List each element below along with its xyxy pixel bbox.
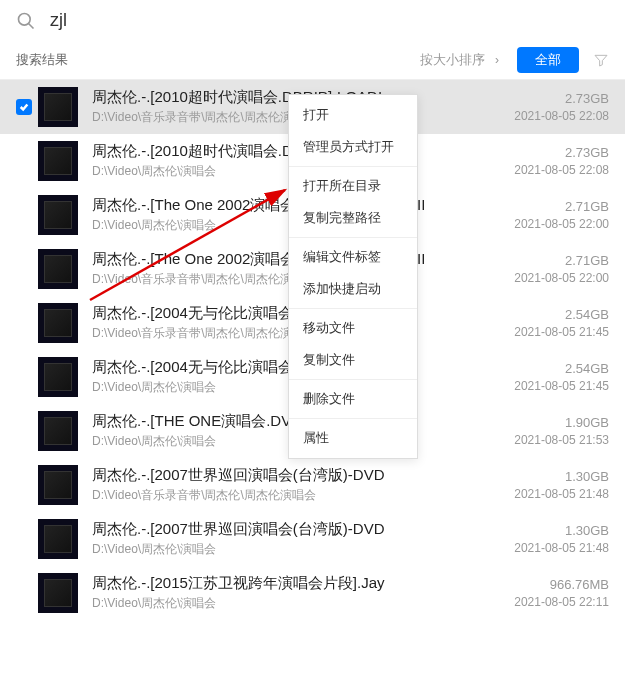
thumbnail xyxy=(38,195,78,235)
search-input[interactable] xyxy=(50,10,609,31)
row-meta: 2.54GB2021-08-05 21:45 xyxy=(514,361,609,393)
row-date: 2021-08-05 21:45 xyxy=(514,325,609,339)
row-size: 966.76MB xyxy=(514,577,609,592)
row-date: 2021-08-05 21:53 xyxy=(514,433,609,447)
row-meta: 1.30GB2021-08-05 21:48 xyxy=(514,469,609,501)
menu-item[interactable]: 删除文件 xyxy=(289,383,417,415)
row-title: 周杰伦.-.[2007世界巡回演唱会(台湾版)-DVD xyxy=(92,520,506,539)
toolbar: 搜索结果 按大小排序 › 全部 xyxy=(0,41,625,80)
menu-item[interactable]: 复制完整路径 xyxy=(289,202,417,234)
row-meta: 1.30GB2021-08-05 21:48 xyxy=(514,523,609,555)
results-label: 搜索结果 xyxy=(16,51,420,69)
search-bar xyxy=(0,0,625,41)
row-date: 2021-08-05 22:00 xyxy=(514,271,609,285)
row-path: D:\Video\音乐录音带\周杰伦\周杰伦演唱会 xyxy=(92,487,506,504)
thumbnail xyxy=(38,303,78,343)
menu-item[interactable]: 打开 xyxy=(289,99,417,131)
menu-item[interactable]: 移动文件 xyxy=(289,312,417,344)
svg-point-0 xyxy=(19,13,31,25)
row-date: 2021-08-05 22:11 xyxy=(514,595,609,609)
chevron-right-icon: › xyxy=(495,53,499,67)
row-size: 2.71GB xyxy=(514,253,609,268)
row-size: 2.71GB xyxy=(514,199,609,214)
row-title: 周杰伦.-.[2015江苏卫视跨年演唱会片段].Jay xyxy=(92,574,506,593)
all-button[interactable]: 全部 xyxy=(517,47,579,73)
row-meta: 2.71GB2021-08-05 22:00 xyxy=(514,253,609,285)
row-date: 2021-08-05 22:00 xyxy=(514,217,609,231)
menu-item[interactable]: 添加快捷启动 xyxy=(289,273,417,305)
row-text: 周杰伦.-.[2015江苏卫视跨年演唱会片段].JayD:\Video\周杰伦\… xyxy=(92,574,506,612)
result-row[interactable]: 周杰伦.-.[2015江苏卫视跨年演唱会片段].JayD:\Video\周杰伦\… xyxy=(0,566,625,620)
row-size: 2.54GB xyxy=(514,307,609,322)
row-meta: 2.73GB2021-08-05 22:08 xyxy=(514,91,609,123)
row-size: 1.30GB xyxy=(514,469,609,484)
thumbnail xyxy=(38,357,78,397)
thumbnail xyxy=(38,141,78,181)
menu-divider xyxy=(289,237,417,238)
checkbox-checked-icon[interactable] xyxy=(16,99,32,115)
row-text: 周杰伦.-.[2007世界巡回演唱会(台湾版)-DVDD:\Video\音乐录音… xyxy=(92,466,506,504)
menu-divider xyxy=(289,418,417,419)
menu-divider xyxy=(289,308,417,309)
menu-divider xyxy=(289,166,417,167)
row-date: 2021-08-05 21:48 xyxy=(514,541,609,555)
filter-icon[interactable] xyxy=(593,52,609,68)
sort-button[interactable]: 按大小排序 xyxy=(420,51,485,69)
row-date: 2021-08-05 21:48 xyxy=(514,487,609,501)
row-text: 周杰伦.-.[2007世界巡回演唱会(台湾版)-DVDD:\Video\周杰伦\… xyxy=(92,520,506,558)
menu-item[interactable]: 复制文件 xyxy=(289,344,417,376)
thumbnail xyxy=(38,519,78,559)
row-date: 2021-08-05 22:08 xyxy=(514,109,609,123)
thumbnail xyxy=(38,87,78,127)
svg-line-1 xyxy=(29,23,34,28)
thumbnail xyxy=(38,411,78,451)
row-path: D:\Video\周杰伦\演唱会 xyxy=(92,595,506,612)
row-size: 1.90GB xyxy=(514,415,609,430)
menu-item[interactable]: 编辑文件标签 xyxy=(289,241,417,273)
row-size: 2.54GB xyxy=(514,361,609,376)
context-menu: 打开管理员方式打开打开所在目录复制完整路径编辑文件标签添加快捷启动移动文件复制文… xyxy=(288,94,418,459)
row-meta: 2.73GB2021-08-05 22:08 xyxy=(514,145,609,177)
row-meta: 966.76MB2021-08-05 22:11 xyxy=(514,577,609,609)
menu-item[interactable]: 打开所在目录 xyxy=(289,170,417,202)
result-row[interactable]: 周杰伦.-.[2007世界巡回演唱会(台湾版)-DVDD:\Video\音乐录音… xyxy=(0,458,625,512)
row-date: 2021-08-05 22:08 xyxy=(514,163,609,177)
row-size: 2.73GB xyxy=(514,145,609,160)
row-title: 周杰伦.-.[2007世界巡回演唱会(台湾版)-DVD xyxy=(92,466,506,485)
row-meta: 2.71GB2021-08-05 22:00 xyxy=(514,199,609,231)
search-icon xyxy=(16,11,36,31)
thumbnail xyxy=(38,249,78,289)
row-meta: 1.90GB2021-08-05 21:53 xyxy=(514,415,609,447)
row-size: 2.73GB xyxy=(514,91,609,106)
result-row[interactable]: 周杰伦.-.[2007世界巡回演唱会(台湾版)-DVDD:\Video\周杰伦\… xyxy=(0,512,625,566)
row-meta: 2.54GB2021-08-05 21:45 xyxy=(514,307,609,339)
row-path: D:\Video\周杰伦\演唱会 xyxy=(92,541,506,558)
row-size: 1.30GB xyxy=(514,523,609,538)
checkbox-slot[interactable] xyxy=(10,99,38,115)
thumbnail xyxy=(38,465,78,505)
menu-item[interactable]: 属性 xyxy=(289,422,417,454)
menu-item[interactable]: 管理员方式打开 xyxy=(289,131,417,163)
row-date: 2021-08-05 21:45 xyxy=(514,379,609,393)
menu-divider xyxy=(289,379,417,380)
thumbnail xyxy=(38,573,78,613)
